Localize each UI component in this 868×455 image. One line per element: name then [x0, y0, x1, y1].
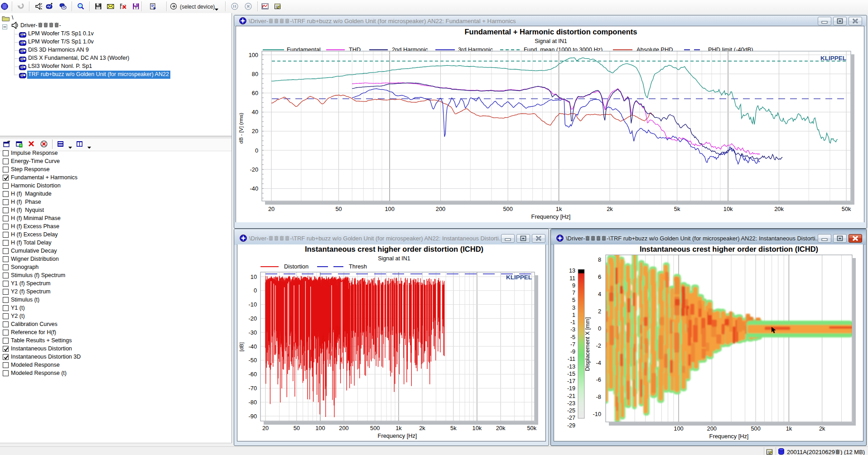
svg-text:5k: 5k — [450, 425, 457, 431]
svg-text:9: 9 — [572, 283, 575, 289]
svg-text:2k: 2k — [419, 425, 425, 431]
svg-text:500: 500 — [370, 425, 380, 431]
svg-text:Thresh: Thresh — [349, 263, 367, 270]
svg-text:-4: -4 — [596, 359, 601, 366]
svg-text:0: 0 — [255, 147, 258, 154]
svg-text:200: 200 — [436, 206, 445, 212]
svg-text:6: 6 — [598, 273, 601, 280]
svg-text:-13: -13 — [567, 364, 575, 370]
svg-text:-80: -80 — [249, 399, 257, 406]
svg-text:-2: -2 — [596, 342, 601, 349]
svg-text:-60: -60 — [249, 371, 257, 378]
svg-text:-3: -3 — [570, 326, 575, 333]
svg-text:dB - [V] (rms): dB - [V] (rms) — [238, 113, 244, 144]
svg-text:-1: -1 — [570, 319, 575, 326]
svg-text:100: 100 — [674, 425, 683, 432]
svg-text:KLIPPEL: KLIPPEL — [820, 55, 846, 62]
svg-text:11: 11 — [569, 275, 575, 282]
svg-text:100: 100 — [249, 52, 258, 58]
svg-text:5k: 5k — [674, 206, 680, 212]
svg-text:-29: -29 — [567, 422, 575, 429]
svg-text:Distortion: Distortion — [284, 263, 309, 270]
svg-text:4: 4 — [598, 291, 601, 297]
svg-text:50k: 50k — [842, 206, 851, 212]
svg-text:[dB]: [dB] — [239, 342, 244, 351]
svg-text:1k: 1k — [395, 425, 402, 431]
svg-text:20k: 20k — [774, 206, 784, 212]
svg-text:20: 20 — [268, 206, 275, 212]
svg-text:200: 200 — [339, 425, 348, 431]
svg-text:80: 80 — [252, 71, 258, 77]
svg-text:0: 0 — [254, 287, 257, 294]
svg-text:13: 13 — [569, 268, 575, 274]
svg-text:-19: -19 — [567, 385, 575, 392]
svg-text:-20: -20 — [249, 315, 257, 322]
svg-text:50k: 50k — [527, 425, 536, 431]
svg-text:-50: -50 — [249, 357, 257, 364]
svg-text:20: 20 — [252, 128, 258, 134]
svg-text:-70: -70 — [249, 385, 257, 392]
svg-text:100: 100 — [315, 425, 325, 431]
svg-text:200: 200 — [707, 425, 717, 432]
svg-text:Signal at IN1: Signal at IN1 — [378, 255, 410, 262]
svg-text:10k: 10k — [723, 206, 733, 212]
svg-text:10k: 10k — [473, 425, 482, 431]
svg-text:5: 5 — [572, 297, 575, 303]
svg-text:-10: -10 — [593, 411, 602, 417]
svg-text:10: 10 — [251, 273, 257, 280]
svg-text:50: 50 — [294, 425, 300, 431]
svg-text:2k: 2k — [819, 425, 825, 432]
svg-text:-11: -11 — [568, 356, 575, 362]
svg-text:20k: 20k — [496, 425, 506, 431]
svg-text:KLIPPEL: KLIPPEL — [506, 274, 532, 281]
svg-text:-5: -5 — [570, 334, 575, 340]
svg-text:-8: -8 — [596, 393, 601, 400]
svg-text:Frequency [Hz]: Frequency [Hz] — [531, 213, 571, 220]
svg-text:40: 40 — [252, 109, 258, 115]
svg-text:2k: 2k — [607, 206, 613, 212]
svg-text:-25: -25 — [567, 407, 575, 414]
svg-text:-21: -21 — [567, 393, 575, 399]
svg-text:Frequency [Hz]: Frequency [Hz] — [378, 432, 417, 439]
svg-text:-17: -17 — [567, 378, 575, 384]
svg-text:500: 500 — [751, 425, 760, 432]
svg-text:-10: -10 — [249, 301, 257, 308]
svg-text:-40: -40 — [250, 185, 259, 192]
svg-text:-27: -27 — [567, 415, 575, 421]
svg-text:100: 100 — [385, 206, 394, 212]
svg-text:7: 7 — [572, 290, 575, 296]
svg-text:0: 0 — [598, 325, 601, 332]
svg-text:-20: -20 — [250, 166, 259, 173]
svg-text:500: 500 — [503, 206, 512, 212]
svg-text:2: 2 — [598, 308, 601, 315]
svg-text:-6: -6 — [596, 376, 601, 383]
svg-text:20: 20 — [262, 425, 269, 431]
svg-text:1k: 1k — [556, 206, 562, 212]
svg-text:Signal at IN1: Signal at IN1 — [535, 38, 567, 44]
svg-text:-15: -15 — [567, 371, 575, 377]
svg-text:-30: -30 — [249, 329, 257, 336]
svg-text:-90: -90 — [249, 413, 257, 420]
svg-text:50: 50 — [335, 206, 342, 212]
svg-text:60: 60 — [252, 90, 258, 96]
svg-text:Fundamental + Harmonic distort: Fundamental + Harmonic distortion compon… — [465, 28, 637, 36]
svg-text:3: 3 — [572, 305, 575, 311]
svg-text:1k: 1k — [786, 425, 792, 432]
svg-text:8: 8 — [598, 256, 601, 263]
svg-text:-9: -9 — [570, 349, 575, 355]
svg-text:-23: -23 — [567, 400, 575, 407]
svg-text:Instantaneous crest higher ord: Instantaneous crest higher order distort… — [305, 245, 483, 253]
svg-text:Frequency [Hz]: Frequency [Hz] — [709, 433, 749, 440]
svg-text:Instantaneous crest higher ord: Instantaneous crest higher order distort… — [640, 245, 818, 253]
svg-text:-40: -40 — [249, 343, 257, 350]
svg-text:1: 1 — [572, 312, 575, 318]
svg-text:T: T — [135, 6, 137, 10]
svg-text:Displacement X [mm]: Displacement X [mm] — [584, 317, 591, 371]
svg-text:-7: -7 — [570, 341, 575, 348]
